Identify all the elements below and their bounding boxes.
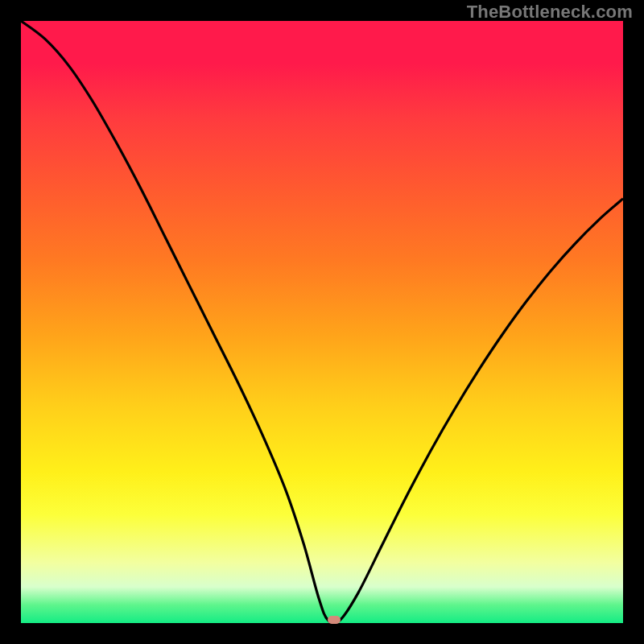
chart-frame: TheBottleneck.com [0,0,644,644]
attribution-text: TheBottleneck.com [467,2,633,23]
plot-area [21,21,623,623]
bottleneck-curve [21,21,623,623]
curve-path [21,21,623,623]
optimum-marker [328,616,341,624]
